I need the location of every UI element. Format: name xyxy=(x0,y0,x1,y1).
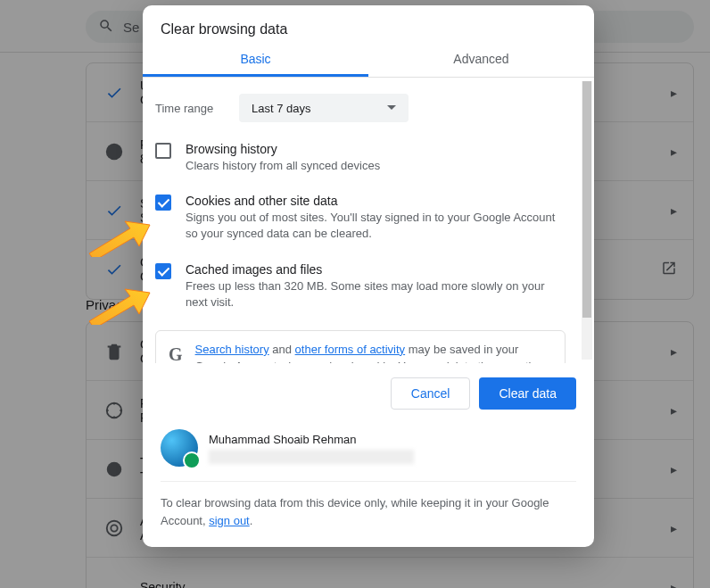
checkbox-browsing-history[interactable] xyxy=(155,143,171,159)
cancel-button[interactable]: Cancel xyxy=(391,377,471,410)
dialog-title: Clear browsing data xyxy=(143,5,594,41)
sign-out-link[interactable]: sign out xyxy=(209,514,250,527)
chevron-down-icon xyxy=(387,102,396,115)
clear-browsing-data-dialog: Clear browsing data Basic Advanced Time … xyxy=(143,5,594,547)
time-range-select[interactable]: Last 7 days xyxy=(239,94,409,122)
option-title: Cookies and other site data xyxy=(186,194,566,208)
option-desc: Signs you out of most sites. You'll stay… xyxy=(186,210,566,242)
account-email-redacted xyxy=(209,450,414,464)
option-browsing-history: Browsing history Clears history from all… xyxy=(155,142,566,174)
checkbox-cached[interactable] xyxy=(155,263,171,279)
footer-text: To clear browsing data from this device … xyxy=(143,482,594,547)
other-activity-link[interactable]: other forms of activity xyxy=(295,343,406,356)
option-title: Cached images and files xyxy=(186,262,566,277)
option-cached: Cached images and files Frees up less th… xyxy=(155,262,566,311)
clear-data-button[interactable]: Clear data xyxy=(479,377,576,410)
scrollbar[interactable] xyxy=(582,81,592,360)
account-name: Muhammad Shoaib Rehman xyxy=(209,433,414,446)
option-cookies: Cookies and other site data Signs you ou… xyxy=(155,194,566,242)
tab-advanced[interactable]: Advanced xyxy=(368,41,594,77)
google-logo-icon: G xyxy=(169,342,183,363)
time-range-label: Time range xyxy=(155,102,221,115)
option-title: Browsing history xyxy=(186,142,380,156)
dialog-scroll-area: Time range Last 7 days Browsing history … xyxy=(143,78,594,363)
checkbox-cookies[interactable] xyxy=(155,195,171,211)
time-range-value: Last 7 days xyxy=(252,102,311,115)
tab-basic[interactable]: Basic xyxy=(143,41,368,77)
avatar xyxy=(161,429,198,467)
account-row: Muhammad Shoaib Rehman xyxy=(143,424,594,481)
search-history-notice: G Search history and other forms of acti… xyxy=(155,330,566,363)
search-history-link[interactable]: Search history xyxy=(195,343,269,356)
scroll-thumb[interactable] xyxy=(582,81,591,318)
option-desc: Frees up less than 320 MB. Some sites ma… xyxy=(186,278,566,311)
option-desc: Clears history from all synced devices xyxy=(186,158,380,174)
dialog-tabs: Basic Advanced xyxy=(143,41,594,77)
